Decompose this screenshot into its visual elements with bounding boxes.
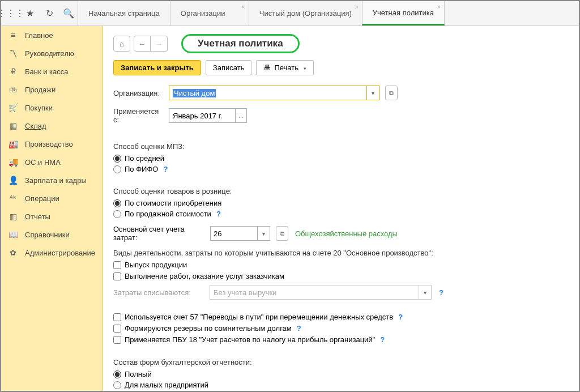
sidebar-label: Отчеты xyxy=(25,212,50,221)
sidebar-item-sales[interactable]: 🛍Продажи xyxy=(1,80,103,99)
printer-icon: 🖶 xyxy=(263,63,271,72)
sidebar-label: Руководителю xyxy=(25,49,74,58)
checkbox-input[interactable] xyxy=(113,325,121,333)
radio-label: По средней xyxy=(125,154,164,163)
back-button[interactable]: ← xyxy=(134,36,151,52)
date-picker-button[interactable]: … xyxy=(236,108,247,123)
top-icon-tray: ⋮⋮⋮ ★ ↻ 🔍 xyxy=(1,1,78,25)
sidebar-item-production[interactable]: 🏭Производство xyxy=(1,135,103,153)
writeoff-select[interactable]: ▾ xyxy=(210,285,432,300)
radio-input[interactable] xyxy=(113,370,121,378)
help-icon[interactable]: ? xyxy=(380,335,385,344)
radio-label: По продажной стоимости xyxy=(125,210,211,218)
radio-input[interactable] xyxy=(113,381,121,389)
sidebar-label: Продажи xyxy=(25,86,56,94)
tab-accounting-policy[interactable]: Учетная политика × xyxy=(362,1,445,25)
button-label: Печать xyxy=(274,63,298,72)
tab-organizations[interactable]: Организации × xyxy=(170,1,249,25)
org-value: Чистый дом xyxy=(173,89,216,97)
sidebar-item-main[interactable]: ≡Главное xyxy=(1,26,103,44)
checkbox-input[interactable] xyxy=(113,313,121,321)
dropdown-button[interactable]: ▾ xyxy=(419,285,432,300)
checkbox-label: Выпуск продукции xyxy=(125,261,187,269)
radio-input[interactable] xyxy=(113,199,121,207)
sidebar-item-bank[interactable]: ₽Банк и касса xyxy=(1,62,103,80)
sidebar-label: Зарплата и кадры xyxy=(25,176,87,185)
radio-mpz-avg[interactable]: По средней xyxy=(113,154,569,163)
help-icon[interactable]: ? xyxy=(216,210,221,218)
sidebar-item-operations[interactable]: ᴬᵏОперации xyxy=(1,189,103,207)
gear-icon: ✿ xyxy=(8,248,18,257)
radio-label: По ФИФО xyxy=(125,165,158,173)
grid-icon: ▦ xyxy=(8,121,18,130)
sidebar: ≡Главное 〽Руководителю ₽Банк и касса 🛍Пр… xyxy=(1,26,103,391)
sidebar-item-assets[interactable]: 🚚ОС и НМА xyxy=(1,153,103,171)
check-pbu18[interactable]: Применяется ПБУ 18 "Учет расчетов по нал… xyxy=(113,335,569,344)
print-button[interactable]: 🖶Печать xyxy=(256,60,314,75)
radio-reports-small[interactable]: Для малых предприятий xyxy=(113,381,569,389)
apps-icon[interactable]: ⋮⋮⋮ xyxy=(6,8,16,19)
sidebar-item-warehouse[interactable]: ▦Склад xyxy=(1,117,103,135)
check-reserves[interactable]: Формируются резервы по сомнительным долг… xyxy=(113,324,569,333)
close-icon[interactable]: × xyxy=(355,3,358,10)
sidebar-label: Склад xyxy=(25,122,46,130)
content-area: ⌂ ← → Учетная политика Записать и закрыт… xyxy=(103,26,579,391)
radio-reports-full[interactable]: Полный xyxy=(113,370,569,378)
tab-clean-house[interactable]: Чистый дом (Организация) × xyxy=(249,1,362,25)
help-icon[interactable]: ? xyxy=(163,165,168,173)
acct-input[interactable] xyxy=(210,226,258,241)
cart-icon: 🛒 xyxy=(8,103,18,112)
sidebar-item-purchases[interactable]: 🛒Покупки xyxy=(1,99,103,117)
star-icon[interactable]: ★ xyxy=(25,8,35,19)
book-icon: 📖 xyxy=(8,230,18,239)
radio-input[interactable] xyxy=(113,155,121,163)
row-applied-from: Применяется с: … xyxy=(113,107,569,124)
radio-input[interactable] xyxy=(113,210,121,218)
history-icon[interactable]: ↻ xyxy=(44,8,54,19)
applied-input[interactable] xyxy=(169,108,236,123)
check-acct57[interactable]: Используется счет 57 "Переводы в пути" п… xyxy=(113,313,569,321)
save-close-button[interactable]: Записать и закрыть xyxy=(113,60,201,75)
open-button[interactable]: ⧉ xyxy=(385,86,398,100)
sidebar-item-references[interactable]: 📖Справочники xyxy=(1,225,103,244)
operations-icon: ᴬᵏ xyxy=(8,194,18,203)
dropdown-button[interactable]: ▾ xyxy=(258,226,270,241)
radio-retail-sale[interactable]: По продажной стоимости ? xyxy=(113,210,569,218)
sidebar-item-admin[interactable]: ✿Администрирование xyxy=(1,244,103,262)
checkbox-input[interactable] xyxy=(113,261,121,269)
help-icon[interactable]: ? xyxy=(439,288,443,297)
help-icon[interactable]: ? xyxy=(398,313,403,321)
mpz-label: Способ оценки МПЗ: xyxy=(113,142,569,151)
search-icon[interactable]: 🔍 xyxy=(63,8,74,19)
radio-retail-cost[interactable]: По стоимости приобретения xyxy=(113,199,569,207)
radio-mpz-fifo[interactable]: По ФИФО ? xyxy=(113,165,569,173)
help-icon[interactable]: ? xyxy=(297,324,301,333)
org-input[interactable]: Чистый дом xyxy=(169,86,367,100)
dropdown-button[interactable]: ▾ xyxy=(367,86,379,100)
check-release[interactable]: Выпуск продукции xyxy=(113,261,569,269)
save-button[interactable]: Записать xyxy=(206,60,252,75)
check-services[interactable]: Выполнение работ, оказание услуг заказчи… xyxy=(113,272,569,280)
home-button[interactable]: ⌂ xyxy=(113,36,130,52)
sidebar-label: Покупки xyxy=(25,104,53,112)
close-icon[interactable]: × xyxy=(437,3,441,10)
tab-home[interactable]: Начальная страница xyxy=(78,1,170,25)
page-title: Учетная политика xyxy=(181,34,300,53)
forward-button[interactable]: → xyxy=(151,36,168,52)
open-button[interactable]: ⧉ xyxy=(276,226,288,241)
row-main-account: Основной счет учета затрат: ▾ ⧉ Общехозя… xyxy=(113,225,569,242)
sidebar-item-manager[interactable]: 〽Руководителю xyxy=(1,44,103,62)
sidebar-label: ОС и НМА xyxy=(25,158,61,167)
sidebar-label: Справочники xyxy=(25,231,70,239)
close-icon[interactable]: × xyxy=(241,3,245,10)
checkbox-input[interactable] xyxy=(113,336,121,344)
radio-label: Полный xyxy=(125,370,152,378)
top-bar: ⋮⋮⋮ ★ ↻ 🔍 Начальная страница Организации… xyxy=(1,1,579,26)
radio-input[interactable] xyxy=(113,165,121,173)
sidebar-item-hr[interactable]: 👤Зарплата и кадры xyxy=(1,171,103,189)
sidebar-item-reports[interactable]: ▥Отчеты xyxy=(1,207,103,225)
checkbox-input[interactable] xyxy=(113,272,121,280)
checkbox-label: Используется счет 57 "Переводы в пути" п… xyxy=(125,313,393,321)
menu-icon: ≡ xyxy=(8,31,18,40)
org-input-wrap: Чистый дом ▾ xyxy=(169,86,379,100)
